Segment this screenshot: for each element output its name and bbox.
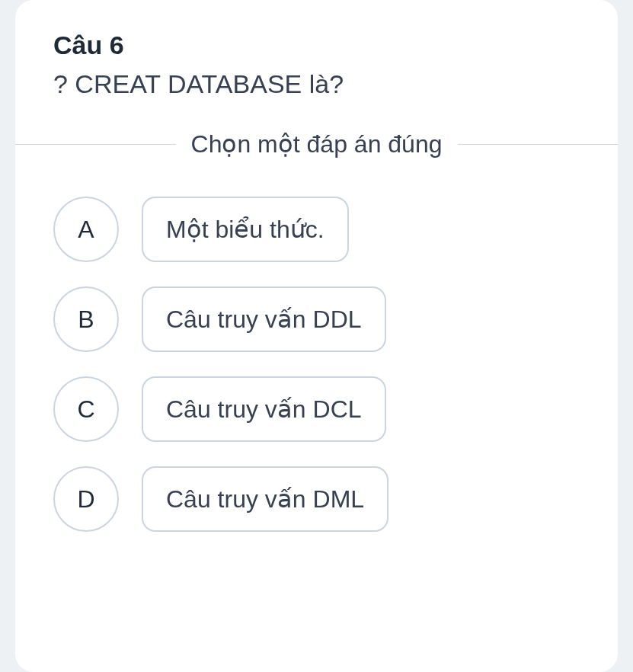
option-letter-a[interactable]: A (53, 197, 119, 262)
option-letter-c[interactable]: C (53, 376, 119, 442)
options-list: A Một biểu thức. B Câu truy vấn DDL C Câ… (53, 197, 580, 532)
option-text-d[interactable]: Câu truy vấn DML (142, 466, 388, 532)
option-row-d: D Câu truy vấn DML (53, 466, 580, 532)
option-row-c: C Câu truy vấn DCL (53, 376, 580, 442)
option-row-b: B Câu truy vấn DDL (53, 286, 580, 352)
option-text-a[interactable]: Một biểu thức. (142, 197, 349, 262)
option-text-c[interactable]: Câu truy vấn DCL (142, 376, 386, 442)
option-letter-b[interactable]: B (53, 286, 119, 352)
question-text: ? CREAT DATABASE là? (53, 69, 580, 99)
divider-left (15, 144, 176, 145)
option-row-a: A Một biểu thức. (53, 197, 580, 262)
instruction-text: Chọn một đáp án đúng (176, 130, 458, 158)
question-card: Câu 6 ? CREAT DATABASE là? Chọn một đáp … (15, 0, 618, 672)
divider-right (458, 144, 619, 145)
option-text-b[interactable]: Câu truy vấn DDL (142, 286, 386, 352)
option-letter-d[interactable]: D (53, 466, 119, 532)
question-number: Câu 6 (53, 30, 580, 60)
instruction-row: Chọn một đáp án đúng (15, 130, 618, 158)
